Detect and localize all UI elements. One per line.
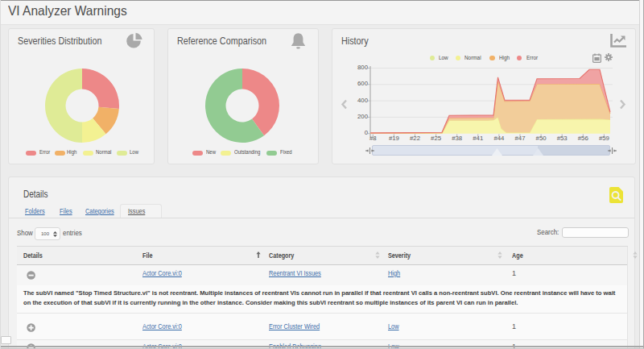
- svg-text:600: 600: [357, 80, 369, 87]
- svg-text:#25: #25: [431, 135, 442, 142]
- svg-text:#38: #38: [452, 135, 462, 142]
- svg-text:#56: #56: [578, 135, 588, 142]
- svg-text:#47: #47: [514, 135, 525, 142]
- svg-text:#22: #22: [410, 135, 420, 142]
- svg-text:#8: #8: [369, 135, 377, 142]
- svg-text:#59: #59: [599, 135, 609, 142]
- svg-text:400: 400: [357, 97, 369, 104]
- svg-text:800: 800: [357, 64, 369, 71]
- svg-text:#44: #44: [493, 135, 505, 142]
- svg-text:#41: #41: [473, 135, 483, 142]
- svg-text:0: 0: [365, 129, 369, 136]
- svg-text:200: 200: [357, 113, 369, 120]
- svg-text:#53: #53: [557, 135, 568, 142]
- svg-text:#19: #19: [389, 135, 399, 142]
- svg-text:#50: #50: [536, 135, 547, 142]
